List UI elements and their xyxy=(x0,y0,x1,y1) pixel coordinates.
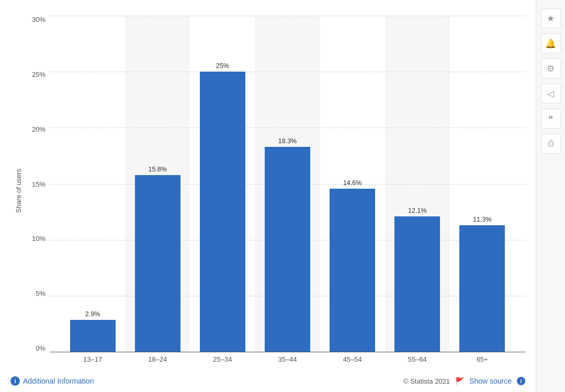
grid-and-bars: 2.9%15.8%25%18.3%14.6%12.1%11.3% 13–1718… xyxy=(50,10,525,371)
bar-group: 15.8% xyxy=(125,16,190,352)
bar-group: 14.6% xyxy=(320,16,385,352)
bars-container: 2.9%15.8%25%18.3%14.6%12.1%11.3% xyxy=(50,16,525,352)
x-label-group: 13–17 xyxy=(60,352,125,371)
bar-value-label: 2.9% xyxy=(85,310,100,318)
bar-value-label: 15.8% xyxy=(148,166,166,173)
sidebar: ★🔔⚙◁❝⎙ xyxy=(536,0,565,392)
flag-icon: 🚩 xyxy=(455,377,464,385)
x-axis-label: 18–24 xyxy=(148,355,167,363)
footer-right: © Statista 2021 🚩 Show source i xyxy=(403,377,525,385)
x-label-group: 55–64 xyxy=(385,352,450,371)
x-axis-label: 35–44 xyxy=(278,355,297,363)
x-axis-label: 65+ xyxy=(477,355,488,363)
x-axis-label: 13–17 xyxy=(83,355,102,363)
source-info-icon[interactable]: i xyxy=(517,377,525,385)
y-axis-label: 30% xyxy=(26,16,50,24)
x-label-group: 65+ xyxy=(450,352,515,371)
chart-inner: 2.9%15.8%25%18.3%14.6%12.1%11.3% 13–1718… xyxy=(50,10,525,371)
y-axis-label: 25% xyxy=(26,71,50,78)
settings-button[interactable]: ⚙ xyxy=(541,59,561,78)
x-label-group: 25–34 xyxy=(190,352,255,371)
y-axis: 0%5%10%15%20%25%30% xyxy=(26,10,50,371)
x-axis-label: 45–54 xyxy=(343,355,362,363)
bar xyxy=(394,216,440,352)
additional-info-icon[interactable]: i xyxy=(10,376,20,386)
main-content: Share of users 0%5%10%15%20%25%30% 2.9%1… xyxy=(0,0,536,392)
bar xyxy=(135,175,180,352)
bar-value-label: 25% xyxy=(216,62,229,70)
quote-button[interactable]: ❝ xyxy=(541,109,561,129)
additional-info-link[interactable]: Additional Information xyxy=(23,377,94,385)
bar-value-label: 12.1% xyxy=(408,207,426,214)
x-axis-label: 55–64 xyxy=(408,355,427,363)
footer-left: i Additional Information xyxy=(10,376,94,386)
x-label-group: 18–24 xyxy=(125,352,190,371)
bar xyxy=(459,225,505,352)
x-axis-label: 25–34 xyxy=(213,355,232,363)
bar-value-label: 18.3% xyxy=(278,137,297,145)
bookmark-button[interactable]: ★ xyxy=(541,8,561,28)
chart-area: Share of users 0%5%10%15%20%25%30% 2.9%1… xyxy=(10,10,525,371)
y-axis-label: 5% xyxy=(26,290,50,297)
bar-group: 2.9% xyxy=(60,16,125,352)
x-label-group: 45–54 xyxy=(320,352,385,371)
show-source-link[interactable]: Show source xyxy=(469,377,512,385)
bar-value-label: 14.6% xyxy=(343,179,361,187)
footer: i Additional Information © Statista 2021… xyxy=(10,371,525,392)
x-labels: 13–1718–2425–3435–4445–5455–6465+ xyxy=(50,352,525,371)
statista-credit: © Statista 2021 xyxy=(403,377,450,385)
bar xyxy=(200,72,245,352)
y-axis-title: Share of users xyxy=(15,169,22,213)
y-axis-label: 15% xyxy=(26,180,50,188)
bar-group: 12.1% xyxy=(385,16,450,352)
bar xyxy=(70,320,116,352)
bar-group: 11.3% xyxy=(450,16,515,352)
y-axis-label: 10% xyxy=(26,235,50,243)
print-button[interactable]: ⎙ xyxy=(541,134,561,154)
bar-value-label: 11.3% xyxy=(473,216,491,223)
share-button[interactable]: ◁ xyxy=(541,84,561,103)
notification-button[interactable]: 🔔 xyxy=(541,33,561,53)
x-label-group: 35–44 xyxy=(255,352,320,371)
bar-group: 18.3% xyxy=(255,16,320,352)
y-axis-label: 0% xyxy=(26,344,50,352)
bar xyxy=(330,189,375,352)
bar xyxy=(265,147,310,352)
bar-group: 25% xyxy=(190,16,255,352)
y-axis-label: 20% xyxy=(26,125,50,133)
